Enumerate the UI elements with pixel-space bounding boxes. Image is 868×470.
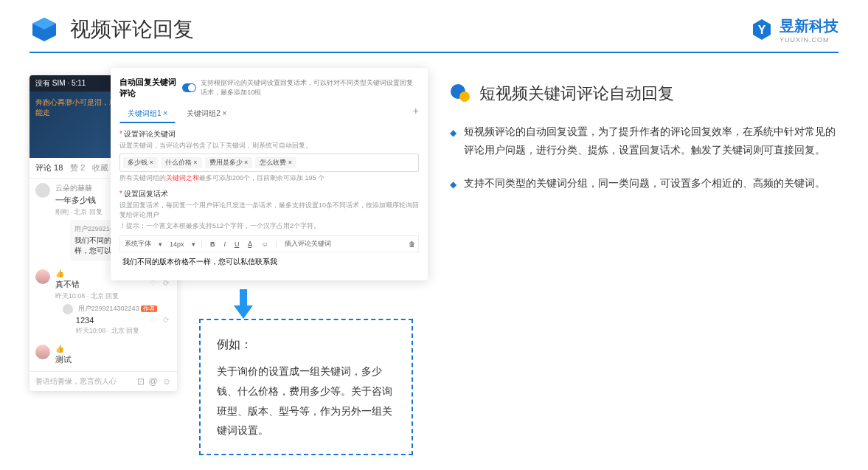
bullet-item: ◆ 短视频评论的自动回复设置，为了提升作者的评论回复效率，在系统中针对常见的评论… (450, 122, 839, 159)
reply-text: 1234♡ ⟳ (76, 316, 169, 325)
keyword-count-hint: 所有关键词组的关键词之和最多可添加200个，目前剩余可添加 195 个 (119, 173, 419, 183)
italic-button[interactable]: I (222, 241, 227, 248)
panel-description: 支持根据评论的关键词设置回复话术，可以针对不同类型关键词设置回复话术，最多添加1… (201, 78, 419, 97)
left-column: 没有 SIM · 5:11 奔跑心再渺小可是泪，就不有决心，你才能走 评论 18… (29, 68, 428, 208)
delete-icon[interactable]: 🗑 (409, 241, 415, 248)
field-hint: 设置关键词，当评论内容包含了以下关键词，则系统可自动回复。 (119, 141, 419, 151)
settings-panel: 自动回复关键词评论 支持根据评论的关键词设置回复话术，可以针对不同类型关键词设置… (111, 68, 428, 280)
panel-title: 自动回复关键词评论 (119, 77, 178, 99)
keyword-tag-input[interactable]: 多少钱 × 什么价格 × 费用是多少 × 怎么收费 × (119, 153, 419, 172)
tab-likes[interactable]: 赞 2 (70, 162, 85, 173)
chat-bubble-icon (450, 83, 471, 104)
diamond-icon: ◆ (450, 125, 456, 159)
brand-logo: Y 昱新科技 YUUXIN.COM (750, 16, 839, 44)
toggle-switch[interactable] (182, 83, 196, 92)
bullet-text: 支持不同类型的关键词分组，同一类问题，可设置多个相近的、高频的关键词。 (464, 174, 825, 193)
bold-button[interactable]: B (209, 241, 217, 248)
reply-meta: 昨天10:08 · 北京 回复 (76, 326, 169, 336)
avatar-small (63, 304, 73, 314)
right-column: 短视频关键词评论自动回复 ◆ 短视频评论的自动回复设置，为了提升作者的评论回复效… (450, 68, 839, 208)
arrow-down-icon (232, 289, 254, 319)
tab-favorites[interactable]: 收藏 (92, 162, 108, 173)
keyword-tag[interactable]: 什么价格 × (161, 157, 202, 168)
field-label: *设置评论关键词 (119, 129, 419, 139)
color-button[interactable]: A̲ (246, 241, 254, 248)
page-header: 视频评论回复 Y 昱新科技 YUUXIN.COM (0, 0, 868, 52)
diamond-icon: ◆ (450, 177, 456, 193)
example-title: 例如： (217, 334, 395, 356)
field-tip: ！提示：一个富文本框最多支持512个字符，一个汉字占用2个字符。 (119, 221, 419, 231)
field-hint: 设置回复话术，每回复一个用户评论只发送一条话术，最多支持设置10条不同话术，按添… (119, 201, 419, 220)
logo-icon: Y (750, 18, 774, 41)
avatar (35, 345, 50, 359)
add-tab-button[interactable]: + (413, 105, 419, 123)
keyword-tag[interactable]: 费用是多少 × (205, 157, 253, 168)
example-text: 关于询价的设置成一组关键词，多少钱、什么价格，费用多少等。关于咨询班型、版本、型… (217, 362, 395, 440)
example-box: 例如： 关于询价的设置成一组关键词，多少钱、什么价格，费用多少等。关于咨询班型、… (199, 319, 413, 455)
size-select[interactable]: 14px (168, 241, 186, 248)
comment-text: 真不错♡ ⟳ (55, 279, 169, 290)
svg-text:Y: Y (758, 24, 766, 36)
insert-keyword-button[interactable]: 插入评论关键词 (283, 239, 333, 249)
comment-emoji: 👍 (55, 345, 169, 353)
comment-text: 测试 (55, 354, 169, 365)
editor-content[interactable]: 我们不同的版本价格不一样，您可以私信联系我 (119, 252, 419, 272)
bullet-item: ◆ 支持不同类型的关键词分组，同一类问题，可设置多个相近的、高频的关键词。 (450, 174, 839, 193)
keyword-group-tab-1[interactable]: 关键词组1 × (119, 105, 176, 123)
svg-marker-4 (234, 305, 253, 319)
keyword-group-tab-2[interactable]: 关键词组2 × (178, 105, 235, 123)
svg-rect-3 (240, 289, 247, 308)
author-badge: 作者 (141, 305, 157, 312)
avatar (35, 183, 50, 198)
field-label: *设置回复话术 (119, 189, 419, 199)
logo-subtext: YUUXIN.COM (780, 36, 839, 44)
logo-text: 昱新科技 (780, 16, 839, 36)
comment-item: 👍 测试 (29, 340, 177, 371)
emoji-button[interactable]: ☺ (260, 241, 269, 248)
comment-input-bar: 善语结善缘，恶言伤人心 ⊡ @ ☺ (29, 371, 177, 391)
svg-point-6 (459, 91, 470, 102)
avatar (35, 269, 50, 284)
tab-comments[interactable]: 评论 18 (35, 162, 63, 173)
editor-toolbar: 系统字体▾ 14px▾ | B I U A̲ ☺ | 插入评论关键词 🗑 (119, 235, 419, 252)
page-title: 视频评论回复 (70, 15, 194, 44)
emoji-icon[interactable]: ☺ (162, 376, 171, 387)
underline-button[interactable]: U (233, 241, 241, 248)
header-divider (29, 52, 839, 53)
font-select[interactable]: 系统字体 (123, 239, 153, 249)
reply-username: 用户2299214302243 (78, 305, 139, 312)
comment-meta: 昨天10:08 · 北京 回复 (55, 291, 169, 301)
cube-icon (29, 15, 59, 44)
at-icon[interactable]: @ (149, 376, 158, 387)
bullet-text: 短视频评论的自动回复设置，为了提升作者的评论回复效率，在系统中针对常见的评论用户… (464, 122, 839, 159)
keyword-tag[interactable]: 怎么收费 × (255, 157, 296, 168)
dropdown-icon[interactable]: ▾ (159, 241, 162, 248)
section-title: 短视频关键词评论自动回复 (450, 83, 839, 105)
keyword-tag[interactable]: 多少钱 × (123, 157, 158, 168)
comment-input[interactable]: 善语结善缘，恶言伤人心 (35, 376, 137, 387)
like-icon[interactable]: ♡ ⟳ (150, 316, 168, 324)
dropdown-icon[interactable]: ▾ (192, 241, 195, 248)
image-icon[interactable]: ⊡ (137, 376, 145, 387)
